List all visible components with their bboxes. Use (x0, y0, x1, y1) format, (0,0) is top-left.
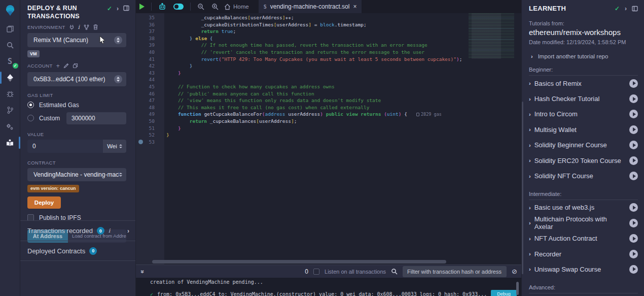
learneth-scrollbar[interactable] (522, 102, 523, 274)
learneth-expand-icon[interactable]: › (625, 5, 627, 12)
play-tutorial-icon[interactable] (629, 265, 638, 274)
code-line[interactable]: 41 revert("HTTP 429: Too Many Cupcakes (… (136, 56, 521, 63)
code-line[interactable]: 44 (136, 76, 521, 83)
zoom-out-icon[interactable] (194, 0, 208, 13)
zoom-in-icon[interactable] (208, 0, 222, 13)
play-tutorial-icon[interactable] (629, 94, 638, 103)
terminal-vscrollbar[interactable] (516, 282, 519, 295)
close-tab-icon[interactable]: × (353, 3, 356, 10)
code-line[interactable]: 36 _cupcakeDistributionTimes[userAddress… (136, 21, 521, 28)
sign-message-icon[interactable] (63, 63, 69, 69)
code-line[interactable]: 49 function getCupcakeBalanceFor(address… (136, 111, 521, 118)
play-tutorial-icon[interactable] (629, 141, 638, 149)
deployed-contracts-section[interactable]: Deployed Contracts 0 (20, 241, 135, 261)
code-line[interactable]: 40 // 'revert' cancels the transaction a… (136, 49, 521, 56)
tutorial-item[interactable]: ›Uniswap Swap Course (529, 261, 638, 277)
code-line[interactable]: 35 _cupcakeBalances[userAddress]++; (136, 14, 521, 21)
line-number: 35 (149, 15, 155, 20)
transactions-recorded-section[interactable]: Transactions recorded 0 i › (20, 220, 135, 241)
tutorial-item[interactable]: ›Hash Checker Tutorial (529, 91, 638, 106)
listen-all-checkbox[interactable] (313, 269, 319, 275)
copilot-toggle[interactable] (170, 0, 187, 13)
tutorial-item[interactable]: ›Intro to Circom (529, 107, 638, 122)
learneth-icon[interactable] (0, 135, 20, 150)
debugger-icon[interactable] (0, 86, 20, 102)
transactions-info-icon[interactable]: i (109, 227, 111, 234)
plug-icon[interactable] (69, 24, 75, 30)
code-line[interactable]: 39 // If not enough time has passed, rev… (136, 42, 521, 49)
play-tutorial-icon[interactable] (629, 203, 638, 212)
code-line[interactable]: 46 // 'public' means anyone can call thi… (136, 90, 521, 97)
tutorial-item[interactable]: ›NFT Auction Contract (529, 231, 638, 246)
minimap[interactable] (469, 13, 514, 59)
tutorial-item[interactable]: ›Solidity NFT Course (529, 168, 638, 183)
breakpoint-dot[interactable] (138, 140, 143, 144)
play-tutorial-icon[interactable] (629, 219, 638, 227)
tutorial-item[interactable]: ›Multichain Protocols with Axelar (529, 215, 638, 231)
code-line[interactable]: 37 return true; (136, 28, 521, 35)
tutorial-item[interactable]: ›Multisig Wallet (529, 122, 638, 137)
code-line[interactable]: 52} (136, 131, 521, 139)
ai-copilot-icon[interactable] (155, 0, 170, 13)
custom-gas-radio[interactable] (27, 115, 34, 121)
search-icon[interactable] (0, 38, 20, 53)
remix-logo-icon[interactable] (0, 0, 20, 20)
tutorial-item[interactable]: ›All about Proxy Contracts (529, 293, 638, 296)
clear-console-icon[interactable]: ⊘ (512, 268, 517, 275)
deploy-button[interactable]: Deploy (27, 196, 61, 209)
play-tutorial-icon[interactable] (629, 172, 638, 180)
editor-toolbar: Home S vending-machine-contract.sol × (136, 0, 521, 13)
value-unit-select[interactable]: Wei (103, 140, 126, 153)
play-tutorial-icon[interactable] (629, 110, 638, 118)
learneth-pin-icon[interactable] (632, 6, 638, 12)
code-line[interactable]: 38 } else { (136, 35, 521, 42)
file-explorer-icon[interactable] (0, 21, 20, 37)
code-line[interactable]: 47 // 'view' means this function only re… (136, 97, 521, 104)
solidity-compiler-icon[interactable]: S ✓ (0, 54, 20, 69)
expand-terminal-icon[interactable]: » (139, 270, 146, 273)
play-tutorial-icon[interactable] (629, 79, 638, 88)
code-editor[interactable]: 35 _cupcakeBalances[userAddress]++;36 _c… (136, 13, 521, 265)
tab-vending-machine-contract[interactable]: S vending-machine-contract.sol × (259, 0, 362, 13)
tutorial-item[interactable]: ›Solidity ERC20 Token Course (529, 153, 638, 168)
pin-panel-icon[interactable] (123, 5, 129, 11)
play-tutorial-icon[interactable] (629, 250, 638, 258)
trash-icon[interactable] (93, 24, 98, 30)
home-tab[interactable]: Home (222, 0, 253, 13)
code-line[interactable]: 48 // This makes it free to call (no gas… (136, 104, 521, 111)
plugin-manager-icon[interactable] (0, 119, 20, 134)
code-line[interactable]: 43 } (136, 70, 521, 77)
value-input[interactable]: 0 (27, 140, 103, 153)
deploy-run-icon[interactable] (0, 70, 20, 85)
contract-select[interactable]: VendingMachine - vending-machin (27, 168, 126, 181)
code-line[interactable]: 53 (136, 139, 521, 146)
transactions-expand-icon[interactable]: › (127, 227, 129, 235)
import-repo-toggle[interactable]: › Import another tutorial repo (529, 53, 638, 59)
filter-input[interactable]: Filter with transaction hash or address (403, 266, 507, 277)
debug-button[interactable]: Debug (491, 290, 517, 296)
play-tutorial-icon[interactable] (629, 125, 638, 134)
code-line[interactable]: 42 } (136, 62, 521, 70)
terminal-log[interactable]: creation of VendingMachine pending... ✓ … (136, 278, 521, 296)
editor-hscrollbar[interactable] (152, 260, 446, 264)
code-line[interactable]: 50 return _cupcakeBalances[userAddress]; (136, 118, 521, 125)
estimated-gas-radio[interactable] (27, 102, 34, 108)
tutorial-item[interactable]: ›Basics of Remix (529, 76, 638, 91)
panel-expand-icon[interactable]: › (117, 5, 119, 12)
account-select[interactable]: 0x5B3...eddC4 (100 ether) (27, 72, 126, 86)
play-tutorial-icon[interactable] (629, 156, 638, 165)
git-icon[interactable] (0, 103, 20, 118)
fork-icon[interactable] (84, 24, 89, 30)
tutorial-item[interactable]: ›Basic use of web3.js (529, 200, 638, 215)
code-line[interactable]: 51 } (136, 125, 521, 132)
code-line[interactable]: 45 // Function to check how many cupcake… (136, 83, 521, 90)
play-tutorial-icon[interactable] (629, 234, 638, 243)
tutorial-item[interactable]: ›Recorder (529, 246, 638, 261)
custom-gas-input[interactable]: 3000000 (66, 112, 126, 124)
environment-select[interactable]: Remix VM (Cancun) (27, 33, 126, 47)
environment-info-icon[interactable]: i (78, 24, 80, 30)
add-account-icon[interactable]: + (56, 62, 60, 70)
copy-account-icon[interactable] (73, 63, 78, 69)
run-script-icon[interactable] (136, 0, 148, 13)
tutorial-item[interactable]: ›Solidity Beginner Course (529, 138, 638, 153)
